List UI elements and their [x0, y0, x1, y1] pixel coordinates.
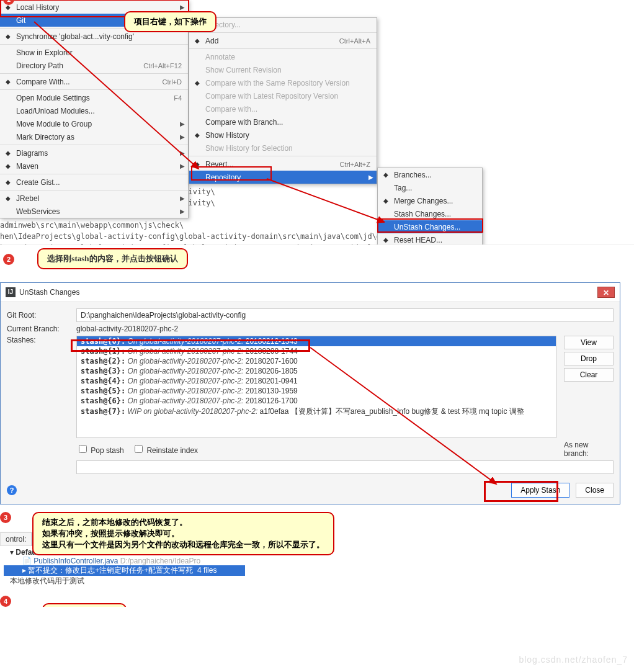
menu-item-maven[interactable]: ◆Maven▶: [0, 159, 188, 172]
badge-2: 2: [3, 254, 14, 265]
stash-item[interactable]: stash@{4}: On global-activity-20180207-p…: [77, 376, 556, 386]
menu-item-show-current-revision: Show Current Revision: [189, 63, 377, 76]
menu-item-show-history[interactable]: ◆Show History: [189, 128, 377, 141]
menu-item-mark-directory-as[interactable]: Mark Directory as▶: [0, 130, 188, 143]
note-row: 本地修改代码用于测试: [4, 576, 245, 586]
reset-icon: ◆: [381, 235, 390, 244]
badge-4: 4: [0, 596, 11, 607]
menu-item-compare-with-the-same-repository-version: ◆Compare with the Same Repository Versio…: [189, 76, 377, 89]
menu-item-branches[interactable]: ◆Branches...: [378, 168, 482, 181]
context-menu-repository[interactable]: ◆Branches...Tag...◆Merge Changes...Stash…: [377, 168, 483, 245]
menu-item-reset-head[interactable]: ◆Reset HEAD...: [378, 233, 482, 245]
dialog-title: UnStash Changes: [19, 288, 79, 297]
apply-stash-button[interactable]: Apply Stash: [511, 483, 569, 498]
revert-icon: ◆: [192, 159, 202, 169]
plus-icon: ◆: [192, 36, 202, 45]
vcs-tab[interactable]: ontrol:: [0, 532, 32, 546]
arrows-icon: ◆: [3, 77, 12, 86]
menu-item-diagrams[interactable]: ◆Diagrams▶: [0, 146, 188, 159]
menu-item-compare-with: Compare with...: [189, 102, 377, 115]
branch-label: Current Branch:: [7, 325, 69, 333]
context-menu-git[interactable]: Directory...◆AddCtrl+Alt+AAnnotateShow C…: [189, 17, 377, 184]
help-icon[interactable]: ?: [7, 485, 17, 495]
menu-item-create-gist[interactable]: ◆Create Gist...: [0, 176, 188, 189]
stash-item[interactable]: stash@{1}: On global-activity-20180207-p…: [77, 346, 556, 356]
badge-3: 3: [0, 512, 11, 523]
clear-button[interactable]: Clear: [564, 368, 614, 382]
new-branch-label: As new branch:: [564, 441, 614, 458]
new-branch-input[interactable]: [76, 460, 614, 474]
menu-item-merge-changes[interactable]: ◆Merge Changes...: [378, 194, 482, 207]
menu-item-annotate: Annotate: [189, 50, 377, 63]
sync-icon: ◆: [3, 32, 12, 41]
maven-icon: ◆: [3, 161, 12, 171]
menu-item-compare-with-branch[interactable]: Compare with Branch...: [189, 115, 377, 128]
reinstate-checkbox[interactable]: Reinstate index: [132, 446, 198, 455]
stash-item[interactable]: stash@{6}: On global-activity-20180207-p…: [77, 396, 556, 406]
unstash-dialog: IJ UnStash Changes ✕ Git Root: D:\pangha…: [0, 282, 620, 504]
changelist-row[interactable]: ▸ 暂不提交：修改日志+注销定时任务+配置文件写死 4 files: [4, 565, 245, 576]
checkbox-row: Pop stash Reinstate index: [76, 441, 556, 458]
stash-item[interactable]: stash@{7}: WIP on global-activity-201802…: [77, 406, 556, 418]
callout-4: 后续提交代码即可: [42, 603, 127, 607]
stash-item[interactable]: stash@{5}: On global-activity-20180207-p…: [77, 386, 556, 396]
menu-item-compare-with[interactable]: ◆Compare With...Ctrl+D: [0, 75, 188, 88]
menu-item-open-module-settings[interactable]: Open Module SettingsF4: [0, 91, 188, 104]
view-button[interactable]: View: [564, 336, 614, 349]
branch-value: global-activity-20180207-phc-2: [76, 325, 614, 333]
menu-item-directory: Directory...: [189, 18, 377, 31]
menu-item-unstash-changes[interactable]: UnStash Changes...: [378, 220, 482, 233]
menu-item-webservices[interactable]: WebServices▶: [0, 205, 188, 218]
menu-item-revert[interactable]: ◆Revert...Ctrl+Alt+Z: [189, 158, 377, 171]
menu-item-jrebel[interactable]: ◆JRebel▶: [0, 192, 188, 205]
menu-item-tag[interactable]: Tag...: [378, 181, 482, 194]
callout-2: 选择刚stash的内容，并点击按钮确认: [37, 248, 187, 269]
pop-stash-checkbox[interactable]: Pop stash: [76, 446, 124, 455]
menu-item-repository[interactable]: Repository▶: [189, 171, 377, 184]
app-icon: IJ: [6, 287, 16, 297]
merge-icon: ◆: [381, 196, 390, 205]
menu-item-move-module-to-group[interactable]: Move Module to Group▶: [0, 117, 188, 130]
changed-file[interactable]: 📄 PublishInfoController.java D:/panghaic…: [4, 557, 245, 565]
callout-3: 结束之后，之前本地修改的代码恢复了。如果有冲突，按照提示修改解决即可。这里只有一…: [32, 512, 334, 555]
menu-item-add[interactable]: ◆AddCtrl+Alt+A: [189, 34, 377, 47]
close-icon[interactable]: ✕: [597, 287, 615, 298]
cmp-icon: ◆: [192, 78, 202, 87]
stash-item[interactable]: stash@{0}: On global-activity-20180207-p…: [77, 336, 556, 346]
gist-icon: ◆: [3, 177, 12, 187]
diagram-icon: ◆: [3, 148, 12, 158]
git-root-select[interactable]: D:\panghaichen\IdeaProjects\global-activ…: [76, 308, 614, 322]
close-button[interactable]: Close: [576, 483, 614, 498]
menu-item-show-history-for-selection: Show History for Selection: [189, 141, 377, 155]
clock-icon: ◆: [192, 130, 202, 140]
menu-item-directory-path[interactable]: Directory PathCtrl+Alt+F12: [0, 59, 188, 72]
menu-item-compare-with-latest-repository-version: Compare with Latest Repository Version: [189, 89, 377, 102]
menu-item-load-unload-modules[interactable]: Load/Unload Modules...: [0, 104, 188, 117]
stash-item[interactable]: stash@{3}: On global-activity-20180207-p…: [77, 366, 556, 376]
callout-1: 项目右键，如下操作: [124, 11, 217, 32]
stashes-label: Stashes:: [7, 336, 69, 344]
jrebel-icon: ◆: [3, 194, 12, 203]
menu-item-stash-changes[interactable]: Stash Changes...: [378, 207, 482, 220]
menu-item-show-in-explorer[interactable]: Show in Explorer: [0, 46, 188, 59]
drop-button[interactable]: Drop: [564, 352, 614, 365]
context-menu-1[interactable]: ◆Local History▶Git▶◆Synchronize 'global-…: [0, 0, 189, 218]
stash-list[interactable]: stash@{0}: On global-activity-20180207-p…: [76, 336, 556, 438]
branch-icon: ◆: [381, 170, 390, 179]
git-root-label: Git Root:: [7, 311, 69, 320]
stash-item[interactable]: stash@{2}: On global-activity-20180207-p…: [77, 356, 556, 366]
